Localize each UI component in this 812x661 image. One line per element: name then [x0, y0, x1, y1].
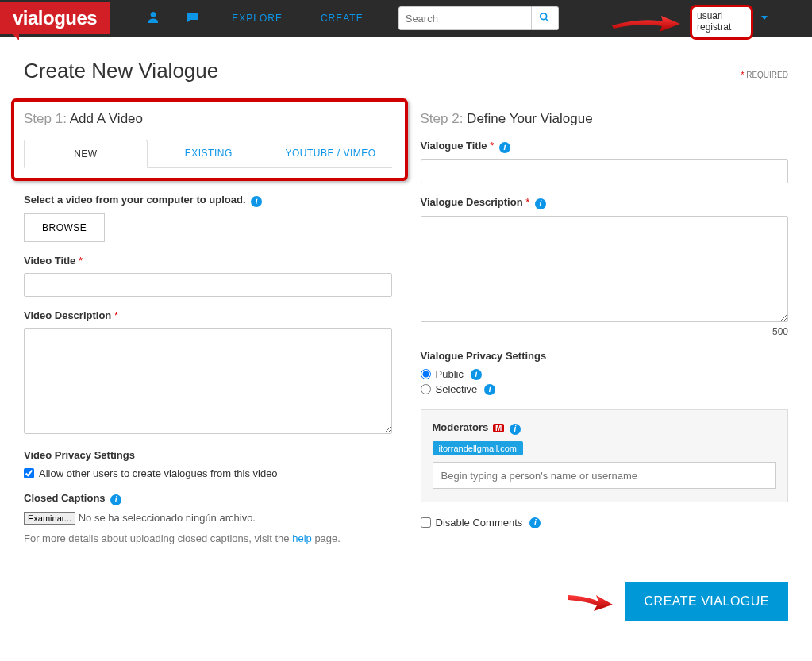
info-icon[interactable]: i [499, 142, 510, 153]
vialogue-privacy-label: Vialogue Privacy Settings [421, 350, 789, 362]
closed-captions-label: Closed Captions i [24, 492, 392, 505]
moderators-box: Moderators M i itorrandellgmail.com [421, 409, 789, 502]
disable-comments-row[interactable]: Disable Comments i [421, 517, 789, 528]
allow-others-checkbox[interactable] [24, 468, 34, 478]
step1-header: Step 1: Add A Video [24, 111, 392, 127]
annotation-arrow-1 [610, 14, 682, 32]
vialogue-title-label: Vialogue Title * i [421, 140, 789, 153]
privacy-public-row[interactable]: Public i [421, 368, 789, 380]
annotation-arrow-2 [567, 590, 614, 613]
tab-new[interactable]: NEW [24, 140, 148, 168]
info-icon[interactable]: i [529, 517, 541, 528]
video-privacy-label: Video Privacy Settings [24, 449, 392, 461]
privacy-selective-radio[interactable] [421, 384, 431, 394]
user-menu-caret-icon[interactable] [761, 16, 768, 20]
nav-create[interactable]: CREATE [302, 13, 383, 24]
cc-no-file-note: No se ha seleccionado ningún archivo. [79, 512, 256, 524]
step2-column: Step 2: Define Your Vialogue Vialogue Ti… [421, 111, 789, 544]
cc-file-row: Examinar... No se ha seleccionado ningún… [24, 512, 392, 525]
tab-youtube-vimeo[interactable]: YOUTUBE / VIMEO [270, 140, 392, 167]
profile-icon[interactable] [133, 11, 173, 26]
create-vialogue-button[interactable]: CREATE VIALOGUE [625, 582, 788, 621]
vialogue-title-input[interactable] [421, 159, 789, 183]
logo-text: vialogues [13, 7, 97, 29]
search-icon [539, 12, 550, 23]
svg-point-0 [541, 13, 547, 19]
page-title-row: Create New Vialogue * REQUIRED [24, 59, 788, 83]
moderator-badge: M [493, 424, 504, 432]
required-note: * REQUIRED [741, 71, 788, 79]
moderators-label: Moderators M i [433, 421, 777, 435]
step2-header: Step 2: Define Your Vialogue [421, 111, 789, 127]
annotation-user-label: usuari registrat [690, 5, 753, 40]
navbar: vialogues EXPLORE CREATE usuari registra… [0, 0, 812, 37]
browse-button[interactable]: BROWSE [24, 213, 105, 242]
cc-help-link[interactable]: help [292, 532, 312, 544]
search-input[interactable] [398, 6, 532, 30]
cc-browse-button[interactable]: Examinar... [24, 512, 75, 525]
select-video-label: Select a video from your computer to upl… [24, 194, 392, 207]
svg-line-1 [546, 18, 549, 21]
video-description-textarea[interactable] [24, 328, 392, 434]
info-icon[interactable]: i [251, 196, 262, 207]
vialogue-description-label: Vialogue Description * i [421, 196, 789, 209]
divider [24, 90, 788, 90]
chat-icon[interactable] [173, 11, 213, 26]
search-group [398, 6, 559, 30]
video-title-input[interactable] [24, 273, 392, 297]
disable-comments-checkbox[interactable] [421, 517, 431, 528]
divider [24, 567, 788, 567]
video-source-tabs: NEW EXISTING YOUTUBE / VIMEO [24, 140, 392, 168]
annotation-step1-outline: Step 1: Add A Video NEW EXISTING YOUTUBE… [11, 98, 408, 181]
step1-column: Step 1: Add A Video NEW EXISTING YOUTUBE… [24, 111, 392, 544]
moderator-input[interactable] [433, 462, 777, 489]
char-counter: 500 [421, 326, 789, 337]
privacy-public-radio[interactable] [421, 369, 431, 379]
info-icon[interactable]: i [110, 494, 121, 505]
page-container: Create New Vialogue * REQUIRED Step 1: A… [0, 37, 812, 645]
logo[interactable]: vialogues [0, 2, 110, 34]
submit-row: CREATE VIALOGUE [24, 582, 788, 621]
page-title: Create New Vialogue [24, 59, 218, 83]
nav-explore[interactable]: EXPLORE [213, 13, 302, 24]
video-description-label: Video Description * [24, 309, 392, 321]
info-icon[interactable]: i [510, 424, 521, 435]
privacy-selective-row[interactable]: Selective i [421, 383, 789, 395]
tab-existing[interactable]: EXISTING [148, 140, 270, 167]
video-title-label: Video Title * [24, 255, 392, 267]
info-icon[interactable]: i [535, 198, 546, 209]
vialogue-description-textarea[interactable] [421, 216, 789, 322]
cc-help-note: For more details about uploading closed … [24, 532, 392, 544]
moderator-chip[interactable]: itorrandellgmail.com [433, 441, 523, 455]
info-icon[interactable]: i [484, 384, 495, 395]
allow-others-checkbox-row[interactable]: Allow other users to create vialogues fr… [24, 467, 392, 479]
search-button[interactable] [532, 6, 559, 30]
info-icon[interactable]: i [471, 369, 482, 380]
